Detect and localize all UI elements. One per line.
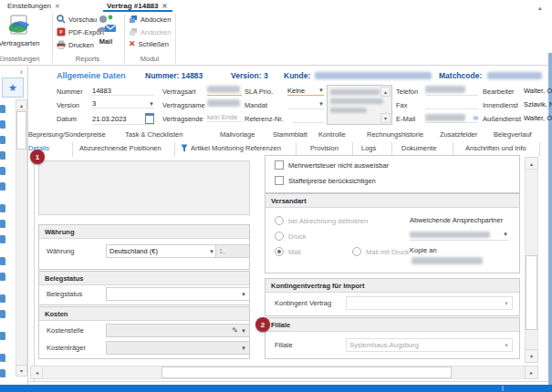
list-item-icon[interactable] <box>0 235 5 243</box>
tab-provision[interactable]: Provision <box>310 144 338 152</box>
vertragsende-field[interactable]: kein Ende <box>207 113 242 122</box>
kurs-field[interactable]: 1, <box>215 244 250 258</box>
pencil-icon[interactable]: ✎ <box>232 326 238 335</box>
ribbon-separator <box>175 14 176 64</box>
field-label-vertragsende: Vertragsende <box>162 115 203 123</box>
checkbox-icon <box>275 176 284 185</box>
aussendienst-combobox[interactable]: Walter, Olive ▼ <box>524 114 552 122</box>
address-scroll-up-button[interactable]: ▴ <box>380 87 391 97</box>
tab-kontrolle[interactable]: Kontrolle <box>318 130 346 139</box>
address-box[interactable]: ▴ ▾ <box>327 85 392 125</box>
field-label-belegstatus: Belegstatus <box>47 290 82 298</box>
schliessen-button[interactable]: ✕ Schließen <box>129 40 169 48</box>
email-field[interactable]: ✉ <box>425 113 478 123</box>
chevron-down-icon: ▼ <box>241 328 246 334</box>
hscroll-right-button[interactable]: ▸ <box>525 366 538 379</box>
list-item-icon[interactable] <box>0 220 5 228</box>
doc-tab-einstellungen[interactable]: Einstellungen ✕ <box>7 2 60 10</box>
memo-textarea[interactable] <box>38 160 250 215</box>
waehrung-combobox[interactable]: Deutschland (€) ▼ <box>106 244 218 258</box>
belegstatus-combobox[interactable]: ▼ <box>106 287 250 301</box>
vertragsarten-button[interactable]: Vertragsarten <box>0 14 51 47</box>
close-icon[interactable]: ✕ <box>162 3 168 10</box>
fax-field[interactable] <box>425 99 478 109</box>
drucken-button[interactable]: Drucken <box>57 40 94 49</box>
ribbon-group-modul: Modul <box>126 55 173 63</box>
bearbeiter-combobox[interactable]: Walter, Olive ▼ <box>524 87 552 95</box>
ribbon-collapse-icon[interactable]: ▴ <box>538 5 542 12</box>
abweichende-ansprechpartner-combobox[interactable]: ▼ <box>410 229 508 241</box>
version-combobox[interactable]: 3 ▼ <box>92 99 154 108</box>
address-scroll-down-button[interactable]: ▾ <box>380 113 391 123</box>
telefon-field[interactable] <box>425 86 478 96</box>
list-item-icon[interactable] <box>0 369 5 377</box>
tab-anschriften[interactable]: Anschriften und Info <box>465 144 526 152</box>
content-scroll-down-button[interactable]: ▾ <box>525 349 538 363</box>
chevron-down-icon: ▼ <box>503 232 508 237</box>
redacted-value <box>207 99 240 107</box>
radio-mail-mit-druck[interactable]: Mail mit Druck <box>352 247 410 256</box>
tab-abzurechnende-positionen[interactable]: Abzurechnende Positionen <box>79 144 161 152</box>
field-label-aussendienst: Außendienst <box>483 115 521 123</box>
scrollbar-thumb[interactable] <box>16 111 26 150</box>
envelope-icon[interactable]: ✉ <box>473 115 478 121</box>
abdocken-button[interactable]: Abdocken <box>129 15 171 24</box>
nummer-field[interactable]: 14883 <box>92 87 154 96</box>
checkbox-staffelpreise[interactable]: Staffelpreise berücksichtigen <box>275 176 376 185</box>
calendar-icon[interactable] <box>145 113 154 124</box>
referenz-nr-field[interactable] <box>293 113 324 123</box>
group-header-waehrung: Währung <box>39 225 249 239</box>
list-item-icon[interactable] <box>0 310 5 318</box>
andocken-button[interactable]: Andocken <box>129 27 171 36</box>
tab-artikel-monitoring[interactable]: Artikel Monitoring Referenzen <box>191 144 281 152</box>
list-item-icon[interactable] <box>0 354 5 362</box>
waehrung-group: Währung Währung Deutschland (€) ▼ 1, <box>38 224 250 270</box>
list-item-icon[interactable] <box>0 257 5 265</box>
app-window: Einstellungen ✕ Vertrag #14883 ✕ Vertrag… <box>0 0 552 392</box>
tab-task-checklisten[interactable]: Task & Checklisten <box>125 130 182 139</box>
tab-stammblatt[interactable]: Stammblatt <box>273 130 307 139</box>
list-item-icon[interactable] <box>0 136 5 144</box>
doc-tab-label: Einstellungen <box>7 2 51 10</box>
sla-prio-combobox[interactable]: Keine ▼ <box>287 86 324 96</box>
list-item-icon[interactable] <box>0 294 5 303</box>
list-item-icon[interactable] <box>0 167 5 175</box>
kostenstelle-combobox[interactable]: ✎ ▼ <box>106 324 250 337</box>
hscrollbar-thumb[interactable] <box>161 366 452 378</box>
collapse-panel-icon[interactable]: ‹ <box>20 67 23 77</box>
radio-bei-abrechnung[interactable]: bei Abrechnung definieren <box>275 216 368 225</box>
vertragsname-field[interactable] <box>207 99 242 108</box>
tab-logs[interactable]: Logs <box>361 144 376 152</box>
filiale-combobox[interactable]: Systemhaus-Augsburg ▼ <box>346 338 513 352</box>
list-item-icon[interactable] <box>0 120 5 129</box>
scroll-down-button[interactable]: ▾ <box>16 365 27 377</box>
mandat-combobox[interactable]: ▼ <box>287 99 324 109</box>
list-item-icon[interactable] <box>0 273 5 281</box>
favorites-button[interactable]: ★ <box>2 77 24 98</box>
tab-rechnungshistorie[interactable]: Rechnungshistorie <box>367 130 423 139</box>
radio-druck[interactable]: Druck <box>275 232 307 241</box>
tab-dokumente[interactable]: Dokumente <box>401 144 436 152</box>
field-label-bearbeiter: Bearbeiter <box>483 88 515 96</box>
radio-mail[interactable]: Mail <box>275 247 301 256</box>
list-item-icon[interactable] <box>0 105 5 113</box>
checkbox-mehrwertsteuer[interactable]: Mehrwertsteuer nicht ausweisbar <box>275 160 389 170</box>
mail-button[interactable]: Mail <box>91 14 120 46</box>
tab-belegverlauf[interactable]: Belegverlauf <box>494 130 532 139</box>
doc-tab-vertrag[interactable]: Vertrag #14883 ✕ <box>107 2 167 10</box>
close-icon[interactable]: ✕ <box>55 3 60 10</box>
kontingent-vertrag-combobox[interactable]: ▼ <box>346 296 513 310</box>
list-item-icon[interactable] <box>0 332 5 340</box>
list-item-icon[interactable] <box>0 204 5 212</box>
tab-zusatzfelder[interactable]: Zusatzfelder <box>440 130 477 139</box>
tab-bepreisung[interactable]: Bepreisung/Sonderpreise <box>28 130 106 139</box>
vertragsart-field[interactable] <box>207 86 242 96</box>
tab-mailvorlage[interactable]: Mailvorlage <box>220 130 255 139</box>
datum-field[interactable]: 21.03.2023 <box>92 113 154 125</box>
content-scrollbar-thumb[interactable] <box>526 255 537 330</box>
field-label-waehrung: Währung <box>47 247 74 255</box>
list-item-icon[interactable] <box>0 182 5 191</box>
kostentraeger-combobox[interactable]: ▼ <box>106 341 250 355</box>
innendienst-combobox[interactable]: Szlavik, N ▼ <box>524 100 552 108</box>
list-item-icon[interactable] <box>0 151 5 160</box>
